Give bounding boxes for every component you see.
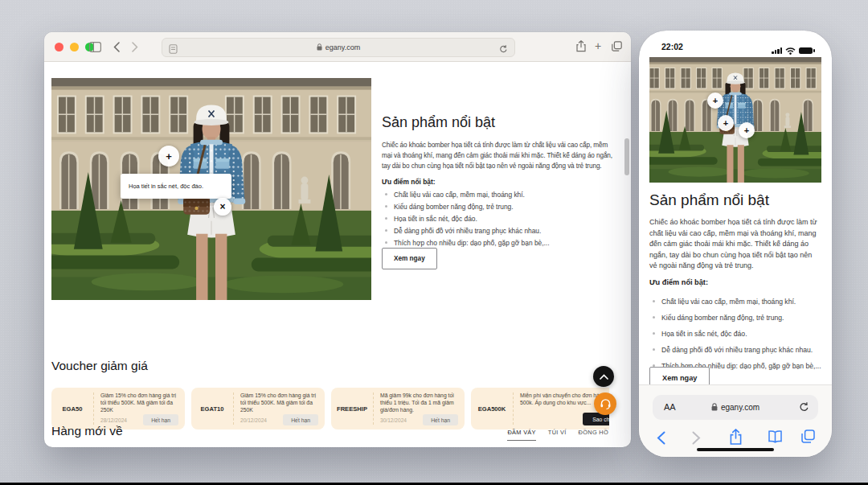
voucher-expiry-date: 30/12/2024 xyxy=(380,417,407,423)
bullet-icon xyxy=(385,229,387,232)
desktop-browser-window: egany.com + + Họa tiết in sắc nét, độc đ… xyxy=(44,32,631,447)
highlight-item: Kiểu dáng bomber năng động, trẻ trung. xyxy=(382,202,550,211)
safari-bottom-bar: AA egany.com xyxy=(639,384,832,457)
bookmarks-icon[interactable] xyxy=(768,430,783,446)
voucher-card[interactable]: FREESHIP Mã giảm 99k cho đơn hàng tối th… xyxy=(331,388,465,430)
voucher-description: Giảm 15% cho đơn hàng giá trị tối thiểu … xyxy=(240,393,318,413)
mobile-address-bar[interactable]: AA egany.com xyxy=(653,395,818,420)
plus-icon: + xyxy=(744,125,749,135)
highlight-item: Chất liệu vải cao cấp, mềm mại, thoáng k… xyxy=(649,296,821,306)
plus-icon: + xyxy=(713,96,718,105)
back-icon[interactable] xyxy=(113,41,120,55)
tab-dong-ho[interactable]: ĐỒNG HỒ xyxy=(579,429,608,441)
back-icon[interactable] xyxy=(657,431,665,448)
highlight-item: Dễ dàng phối đồ với nhiều trang phục khá… xyxy=(649,344,821,355)
hero-image: + + + xyxy=(649,57,821,183)
product-description: Chiếc áo khoác bomber họa tiết cá tính đ… xyxy=(382,140,613,171)
voucher-expired-button[interactable]: Hết hạn xyxy=(423,414,458,425)
sidebar-icon[interactable] xyxy=(89,41,101,55)
voucher-card[interactable]: EGA500K Miễn phí vận chuyển cho đơn hàng… xyxy=(471,388,609,430)
share-icon[interactable] xyxy=(729,429,743,449)
bullet-icon xyxy=(653,300,655,302)
tab-tui-vi[interactable]: TÚI VÍ xyxy=(548,429,567,441)
voucher-code: EGA500K xyxy=(471,388,513,430)
featured-product-section: Sản phẩm nổi bật Chiếc áo khoác bomber h… xyxy=(382,32,613,300)
bullet-icon xyxy=(653,316,655,319)
chevron-up-icon xyxy=(600,374,608,380)
page-settings-icon[interactable] xyxy=(169,43,178,57)
voucher-description: Mã giảm 99k cho đơn hàng tối thiểu 1 tri… xyxy=(380,393,458,413)
chat-support-button[interactable] xyxy=(594,393,616,415)
scrollbar-thumb[interactable] xyxy=(624,138,629,175)
forward-icon[interactable] xyxy=(132,41,138,55)
battery-icon xyxy=(799,47,813,55)
highlight-item: Thích hợp cho nhiều dịp: dạo phố, gặp gỡ… xyxy=(382,238,550,247)
highlights-label: Ưu điểm nổi bật: xyxy=(649,278,708,286)
view-now-button[interactable]: Xem ngay xyxy=(382,248,437,269)
reload-icon[interactable] xyxy=(799,401,809,416)
voucher-description: Giảm 15% cho đơn hàng giá trị tối thiểu … xyxy=(100,393,178,413)
wifi-icon xyxy=(785,43,796,58)
bullet-icon xyxy=(653,348,655,351)
bullet-icon xyxy=(385,193,387,195)
hero-hotspot-tooltip: Họa tiết in sắc nét, độc đáo. xyxy=(121,174,231,199)
voucher-expiry-date: 20/12/2024 xyxy=(240,417,267,423)
scroll-to-top-button[interactable] xyxy=(593,366,614,387)
address-url: egany.com xyxy=(326,43,360,51)
highlight-item: Họa tiết in sắc nét, độc đáo. xyxy=(382,214,550,223)
address-url: egany.com xyxy=(721,403,760,412)
tab-dam-vay[interactable]: ĐẦM VÁY xyxy=(507,429,535,441)
highlight-item: Dễ dàng phối đồ với nhiều trang phục khá… xyxy=(382,226,550,235)
close-icon: × xyxy=(219,201,225,212)
home-indicator[interactable] xyxy=(697,448,774,451)
highlights-list: Chất liệu vải cao cấp, mềm mại, thoáng k… xyxy=(649,296,821,376)
hero-tooltip-close-button[interactable]: × xyxy=(214,198,231,216)
lock-icon xyxy=(711,403,718,413)
highlight-item: Chất liệu vải cao cấp, mềm mại, thoáng k… xyxy=(382,190,550,199)
close-window-button[interactable] xyxy=(55,43,63,51)
forward-icon[interactable] xyxy=(692,431,701,448)
tabs-overview-icon[interactable] xyxy=(801,430,815,446)
product-title: Sản phẩm nổi bật xyxy=(382,114,495,131)
voucher-code: FREESHIP xyxy=(331,388,373,430)
hero-hotspot-plus[interactable]: + xyxy=(739,122,755,138)
voucher-code: EGAT10 xyxy=(191,388,233,430)
bullet-icon xyxy=(385,217,387,220)
hero-hotspot-plus[interactable]: + xyxy=(718,115,734,131)
minimize-window-button[interactable] xyxy=(70,43,79,51)
product-title: Sản phẩm nổi bật xyxy=(649,191,769,209)
hero-hotspot-plus[interactable]: + xyxy=(707,92,723,109)
voucher-section-title: Voucher giảm giá xyxy=(51,359,148,373)
voucher-expiry-date: 28/12/2024 xyxy=(100,417,127,423)
new-arrivals-title: Hàng mới về xyxy=(51,424,123,438)
bullet-icon xyxy=(385,241,387,244)
plus-icon: + xyxy=(166,150,172,162)
highlights-label: Ưu điểm nổi bật: xyxy=(382,178,436,186)
status-time: 22:02 xyxy=(661,42,683,51)
plus-icon: + xyxy=(723,118,728,128)
hero-image: + Họa tiết in sắc nét, độc đáo. × xyxy=(51,78,371,300)
bullet-icon xyxy=(653,332,655,335)
hero-hotspot-plus[interactable]: + xyxy=(158,146,179,166)
highlight-item: Kiểu dáng bomber năng động, trẻ trung. xyxy=(649,312,821,323)
mobile-phone: 22:02 + + + Sản phẩm nổi bật Chiếc áo kh… xyxy=(639,31,832,457)
headset-icon xyxy=(600,398,612,410)
voucher-card[interactable]: EGAT10 Giảm 15% cho đơn hàng giá trị tối… xyxy=(191,388,325,430)
status-bar: 22:02 xyxy=(639,31,832,56)
new-arrivals-tabs: ĐẦM VÁY TÚI VÍ ĐỒNG HỒ xyxy=(507,429,608,441)
bullet-icon xyxy=(385,205,387,208)
highlight-item: Họa tiết in sắc nét, độc đáo. xyxy=(649,328,821,339)
cellular-signal-icon xyxy=(772,47,782,54)
lock-icon xyxy=(317,43,322,52)
highlights-list: Chất liệu vải cao cấp, mềm mại, thoáng k… xyxy=(382,190,550,250)
product-description: Chiếc áo khoác bomber họa tiết cá tính đ… xyxy=(649,217,821,272)
window-controls xyxy=(55,43,94,51)
voucher-carousel: EGA50 Giảm 15% cho đơn hàng giá trị tối … xyxy=(51,388,609,431)
voucher-expired-button[interactable]: Hết hạn xyxy=(143,414,178,425)
voucher-expired-button[interactable]: Hết hạn xyxy=(283,414,318,425)
